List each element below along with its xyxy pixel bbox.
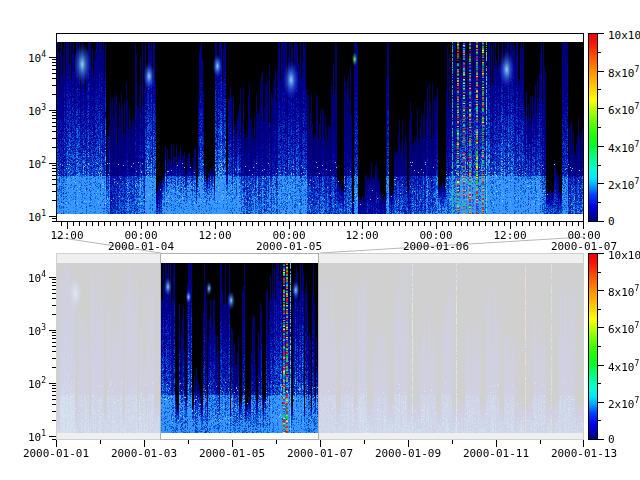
x-minor-tick: [559, 222, 560, 226]
y-tick-label: 103: [2, 104, 46, 117]
x-minor-tick: [485, 222, 486, 226]
x-minor-tick: [572, 222, 573, 226]
fade-overlay-left: [56, 253, 160, 440]
colorbar-tick-label-exp: 7: [635, 359, 640, 368]
x-minor-tick: [159, 222, 160, 226]
colorbar-tick-label-text: 8x10: [608, 67, 635, 80]
y-major-tick: [49, 330, 56, 331]
x-major-tick: [144, 440, 145, 447]
x-minor-tick: [276, 440, 277, 444]
x-minor-tick: [283, 222, 284, 226]
y-major-tick: [49, 216, 56, 217]
x-minor-tick: [522, 222, 523, 226]
colorbar-minor-tick: [598, 272, 601, 273]
y-tick-label-exp: 3: [41, 103, 46, 112]
x-major-tick: [320, 440, 321, 447]
x-minor-tick: [277, 222, 278, 226]
y-major-tick: [49, 436, 56, 437]
colorbar-gradient: [588, 33, 598, 222]
x-minor-tick: [110, 222, 111, 226]
colorbar-tick-label-text: 0: [608, 215, 615, 228]
y-tick-label: 102: [2, 377, 46, 390]
colorbar-minor-tick: [598, 420, 601, 421]
x-minor-tick: [116, 222, 117, 226]
colorbar-tick-label-exp: 7: [635, 140, 640, 149]
x-major-tick: [510, 222, 511, 229]
x-minor-tick: [479, 222, 480, 226]
x-minor-tick: [92, 222, 93, 226]
x-minor-tick: [221, 222, 222, 226]
selection-box[interactable]: [160, 253, 319, 440]
colorbar-tick-label: 2x107: [608, 397, 639, 410]
colorbar-tick-label-text: 4x10: [608, 142, 635, 155]
y-major-tick: [49, 163, 56, 164]
y-tick-label: 103: [2, 324, 46, 337]
y-tick-label-text: 10: [28, 325, 41, 338]
colorbar-tick-label: 2x107: [608, 178, 639, 191]
x-minor-tick: [240, 222, 241, 226]
x-minor-tick: [504, 222, 505, 226]
x-minor-tick: [123, 222, 124, 226]
x-tick-label: 2000-01-01: [16, 448, 96, 459]
y-tick-label: 104: [2, 271, 46, 284]
fade-overlay-right: [319, 253, 584, 440]
y-tick-label-text: 10: [28, 105, 41, 118]
colorbar-tick-label-text: 10x10: [608, 249, 640, 262]
colorbar-tick-label: 6x107: [608, 103, 639, 116]
x-minor-tick: [405, 222, 406, 226]
top-spectrogram-panel: 12:0000:002000-01-0412:0000:002000-01-05…: [56, 33, 584, 222]
y-tick-label-text: 10: [28, 378, 41, 391]
colorbar-minor-tick: [598, 383, 601, 384]
x-minor-tick: [264, 222, 265, 226]
colorbar-minor-tick: [598, 89, 601, 90]
colorbar-tick-label-exp: 7: [635, 396, 640, 405]
x-minor-tick: [516, 222, 517, 226]
x-date-label: 2000-01-04: [101, 241, 181, 252]
colorbar-tick-label-text: 0: [608, 433, 615, 446]
y-tick-label-exp: 3: [41, 323, 46, 332]
x-major-tick: [232, 440, 233, 447]
y-tick-label-text: 10: [28, 211, 41, 224]
colorbar-tick-label-text: 2x10: [608, 179, 635, 192]
x-minor-tick: [375, 222, 376, 226]
x-minor-tick: [399, 222, 400, 226]
x-major-tick: [141, 222, 142, 229]
colorbar-major-tick: [598, 221, 604, 222]
x-minor-tick: [455, 222, 456, 226]
x-minor-tick: [461, 222, 462, 226]
colorbar-major-tick: [598, 33, 604, 34]
colorbar-tick-label-exp: 7: [635, 177, 640, 186]
x-minor-tick: [326, 222, 327, 226]
y-tick-label-text: 10: [28, 52, 41, 65]
colorbar-tick-label-text: 6x10: [608, 323, 635, 336]
colorbar-minor-tick: [598, 127, 601, 128]
x-tick-label: 2000-01-07: [280, 448, 360, 459]
colorbar-minor-tick: [598, 165, 601, 166]
y-major-tick: [49, 57, 56, 58]
detail-spectrogram-canvas[interactable]: [57, 42, 583, 214]
y-tick-label: 104: [2, 51, 46, 64]
colorbar-tick-label: 6x107: [608, 322, 639, 335]
x-tick-label: 12:00: [322, 230, 402, 241]
y-major-tick: [49, 110, 56, 111]
colorbar-major-tick: [598, 183, 604, 184]
x-minor-tick: [418, 222, 419, 226]
y-tick-label-text: 10: [28, 272, 41, 285]
x-minor-tick: [252, 222, 253, 226]
x-minor-tick: [320, 222, 321, 226]
x-minor-tick: [79, 222, 80, 226]
x-minor-tick: [344, 222, 345, 226]
x-minor-tick: [135, 222, 136, 226]
colorbar-tick-label: 4x107: [608, 141, 639, 154]
x-minor-tick: [357, 222, 358, 226]
x-minor-tick: [553, 222, 554, 226]
x-major-tick: [215, 222, 216, 229]
x-minor-tick: [381, 222, 382, 226]
x-tick-label: 12:00: [27, 230, 107, 241]
x-minor-tick: [227, 222, 228, 226]
x-major-tick: [436, 222, 437, 229]
x-minor-tick: [270, 222, 271, 226]
colorbar-tick-label-exp: 7: [635, 102, 640, 111]
x-minor-tick: [566, 222, 567, 226]
x-major-tick: [289, 222, 290, 229]
